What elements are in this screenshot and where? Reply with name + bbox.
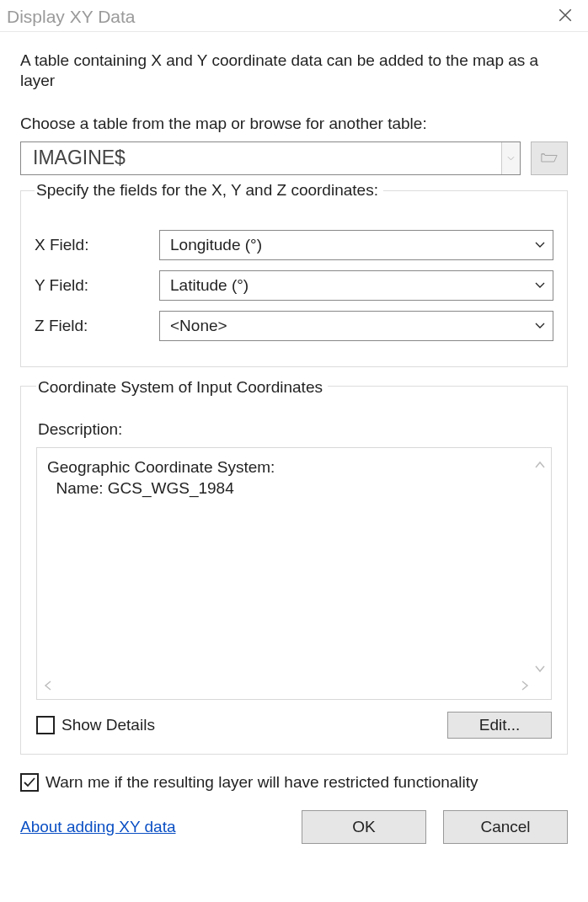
chevron-down-icon (527, 281, 553, 289)
x-field-select[interactable]: Longitude (°) (159, 230, 553, 260)
cancel-button[interactable]: Cancel (443, 810, 568, 844)
x-field-label: X Field: (35, 236, 159, 254)
dialog-body: A table containing X and Y coordinate da… (0, 32, 588, 856)
chevron-down-icon (527, 241, 553, 248)
x-field-value: Longitude (°) (160, 236, 527, 254)
fields-group-legend: Specify the fields for the X, Y and Z co… (35, 181, 383, 200)
z-field-value: <None> (160, 317, 527, 335)
description-text: Geographic Coordinate System: Name: GCS_… (47, 456, 541, 499)
choose-table-label: Choose a table from the map or browse fo… (20, 115, 568, 133)
y-field-row: Y Field: Latitude (°) (35, 270, 553, 301)
close-button[interactable] (551, 8, 580, 26)
edit-button[interactable]: Edit... (447, 712, 552, 739)
scroll-left-icon[interactable] (44, 677, 52, 696)
ok-button-label: OK (352, 818, 375, 836)
description-box: Geographic Coordinate System: Name: GCS_… (36, 447, 552, 700)
ok-button[interactable]: OK (302, 810, 426, 844)
chevron-down-icon (527, 322, 553, 329)
warn-label: Warn me if the resulting layer will have… (45, 773, 478, 792)
about-link[interactable]: About adding XY data (20, 818, 285, 836)
warn-checkbox[interactable]: Warn me if the resulting layer will have… (20, 773, 568, 792)
details-row: Show Details Edit... (36, 712, 552, 739)
bottom-row: About adding XY data OK Cancel (20, 810, 568, 844)
fields-group: Specify the fields for the X, Y and Z co… (20, 190, 568, 367)
scroll-up-icon[interactable] (534, 455, 546, 473)
window-title: Display XY Data (7, 7, 136, 27)
checkbox-checked-icon (20, 773, 39, 792)
browse-button[interactable] (531, 141, 568, 175)
table-select-value: IMAGINE$ (21, 142, 501, 174)
folder-open-icon (541, 149, 558, 168)
checkbox-icon (36, 716, 55, 734)
show-details-label: Show Details (61, 716, 155, 734)
chevron-down-icon (501, 142, 520, 174)
cancel-button-label: Cancel (480, 818, 530, 836)
coord-system-group: Coordinate System of Input Coordinates D… (20, 386, 568, 755)
y-field-value: Latitude (°) (160, 276, 527, 295)
z-field-select[interactable]: <None> (159, 311, 553, 341)
titlebar: Display XY Data (0, 0, 588, 32)
y-field-select[interactable]: Latitude (°) (159, 270, 553, 301)
description-label: Description: (38, 420, 552, 439)
y-field-label: Y Field: (35, 276, 159, 295)
coord-system-legend: Coordinate System of Input Coordinates (36, 378, 328, 397)
z-field-label: Z Field: (35, 317, 159, 335)
scroll-down-icon[interactable] (534, 659, 546, 677)
show-details-checkbox[interactable]: Show Details (36, 716, 155, 734)
edit-button-label: Edit... (479, 716, 521, 734)
table-chooser-row: IMAGINE$ (20, 141, 568, 175)
x-field-row: X Field: Longitude (°) (35, 230, 553, 260)
z-field-row: Z Field: <None> (35, 311, 553, 341)
intro-text: A table containing X and Y coordinate da… (20, 51, 568, 91)
scroll-right-icon[interactable] (521, 677, 529, 696)
table-select[interactable]: IMAGINE$ (20, 141, 521, 175)
